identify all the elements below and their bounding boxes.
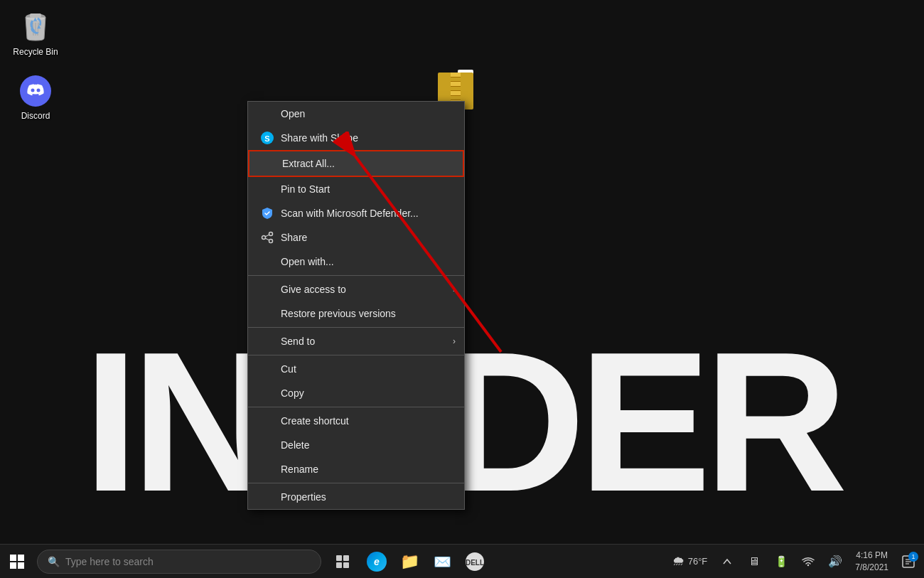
separator-5 [248,483,464,483]
context-menu-send-to[interactable]: Send to › [248,329,464,353]
copy-label: Copy [281,387,304,399]
open-with-label: Open with... [281,256,334,267]
context-menu-share[interactable]: Share [248,225,464,250]
system-clock[interactable]: 4:16 PM 7/8/2021 [849,550,894,574]
chevron-up-icon [722,557,732,567]
context-menu-extract-all[interactable]: Extract All... [248,150,464,177]
send-to-chevron: › [453,336,456,346]
context-menu-delete[interactable]: Delete [248,433,464,457]
restore-versions-icon [259,306,275,321]
task-view-icon [335,555,350,569]
notification-center-button[interactable]: 1 [896,549,921,574]
send-to-icon [259,333,275,349]
windows-logo-icon [10,555,24,569]
recycle-bin-icon[interactable]: Recycle Bin [7,7,64,60]
rename-icon [259,461,275,477]
share-icon [259,230,275,245]
open-with-icon [259,254,275,269]
recycle-bin-svg [18,10,53,44]
send-to-label: Send to [281,336,315,347]
context-menu-create-shortcut[interactable]: Create shortcut [248,409,464,433]
svg-point-3 [31,89,35,92]
context-menu-cut[interactable]: Cut [248,357,464,381]
separator-2 [248,327,464,328]
defender-icon [259,205,275,221]
give-access-icon [259,282,275,297]
scan-defender-label: Scan with Microsoft Defender... [281,208,419,219]
file-explorer-icon: 📁 [400,552,419,571]
edge-taskbar-icon[interactable]: e [361,546,392,577]
dell-taskbar-icon[interactable]: DELL [459,546,490,577]
create-shortcut-label: Create shortcut [281,415,349,427]
svg-rect-14 [336,555,342,561]
mail-app-icon: ✉️ [434,553,451,570]
context-menu-properties[interactable]: Properties [248,485,464,509]
give-access-label: Give access to [281,284,346,295]
recycle-bin-image [18,10,53,44]
svg-line-10 [266,235,269,237]
clock-time: 4:16 PM [856,550,888,562]
separator-3 [248,355,464,355]
properties-label: Properties [281,491,326,503]
dell-icon: DELL [465,552,485,572]
recycle-bin-label: Recycle Bin [13,47,58,57]
svg-rect-1 [30,14,41,18]
weather-temp: 76°F [688,556,708,567]
tray-screen-icon[interactable]: 🖥 [741,549,767,574]
svg-rect-15 [343,555,349,561]
context-menu-give-access[interactable]: Give access to › [248,277,464,301]
discord-svg [18,74,53,108]
desktop: INSIDER Recycle Bin [0,0,924,578]
share-label: Share [281,232,307,243]
discord-image [18,74,53,108]
svg-point-9 [269,240,273,243]
context-menu-open-with[interactable]: Open with... [248,250,464,274]
context-menu-share-skype[interactable]: S Share with Skype [248,126,464,150]
context-menu-open[interactable]: Open [248,102,464,126]
system-tray: 🌧 76°F 🖥 🔋 🔊 [667,549,924,574]
context-menu-copy[interactable]: Copy [248,381,464,405]
svg-point-4 [37,89,41,92]
task-view-button[interactable] [327,546,358,577]
start-button[interactable] [0,545,34,579]
weather-icon: 🌧 [672,554,685,569]
delete-label: Delete [281,439,309,451]
mail-taskbar-icon[interactable]: ✉️ [426,546,458,577]
clock-date: 7/8/2021 [855,562,888,574]
copy-icon [259,385,275,401]
tray-volume-icon[interactable]: 🔊 [822,549,848,574]
svg-text:DELL: DELL [466,558,484,566]
edge-browser-icon: e [367,552,387,572]
wifi-icon [802,557,815,567]
context-menu-scan-defender[interactable]: Scan with Microsoft Defender... [248,201,464,225]
svg-line-11 [266,238,269,240]
restore-versions-label: Restore previous versions [281,308,396,319]
context-menu-pin-start[interactable]: Pin to Start [248,177,464,201]
taskbar-search-placeholder: Type here to search [65,556,154,567]
taskbar-search-bar[interactable]: 🔍 Type here to search [37,550,321,574]
share-skype-label: Share with Skype [281,132,358,144]
svg-rect-17 [343,562,349,568]
taskbar: 🔍 Type here to search e 📁 [0,544,924,578]
tray-battery-icon[interactable]: 🔋 [768,549,794,574]
create-shortcut-icon [259,413,275,429]
file-explorer-taskbar-icon[interactable]: 📁 [394,546,425,577]
tray-chevron-up[interactable] [714,549,740,574]
skype-icon: S [259,130,275,146]
cut-label: Cut [281,363,296,375]
svg-text:S: S [264,134,269,143]
cut-icon [259,361,275,377]
separator-1 [248,275,464,276]
discord-desktop-icon[interactable]: Discord [7,71,64,124]
extract-all-icon [261,156,276,171]
context-menu-restore-versions[interactable]: Restore previous versions [248,301,464,326]
tray-wifi-icon[interactable] [795,549,821,574]
discord-label: Discord [21,111,50,121]
taskbar-pinned-apps: e 📁 ✉️ DELL [361,546,490,577]
open-label: Open [281,108,305,119]
notification-badge: 1 [908,552,918,562]
context-menu-rename[interactable]: Rename [248,457,464,481]
separator-4 [248,407,464,407]
weather-widget[interactable]: 🌧 76°F [667,554,714,569]
delete-icon [259,437,275,453]
